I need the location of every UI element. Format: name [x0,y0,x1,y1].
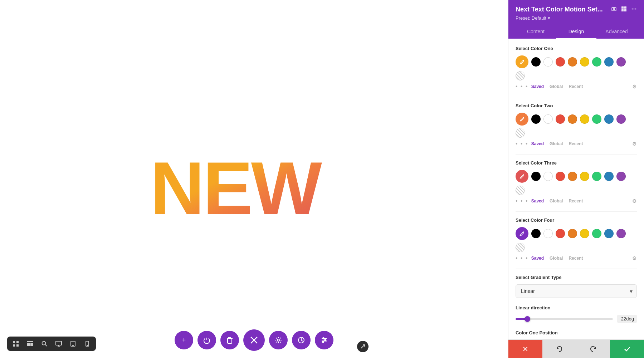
trash-button[interactable] [220,331,239,349]
swatch-blue-2[interactable] [604,114,614,124]
gear-button[interactable] [269,331,288,349]
color-two-picker[interactable] [516,113,528,126]
swatch-orange-3[interactable] [568,172,577,181]
recent-btn-1[interactable]: Recent [569,84,583,89]
recent-btn-3[interactable]: Recent [569,198,583,203]
svg-point-14 [73,345,73,346]
saved-btn-3[interactable]: Saved [531,198,544,203]
swatch-red-1[interactable] [556,57,565,67]
global-btn-1[interactable]: Global [550,84,563,89]
swatch-purple-4[interactable] [616,229,626,238]
more-dots-4[interactable]: • • • [516,255,528,261]
swatch-none-4[interactable] [516,243,525,252]
confirm-button[interactable] [610,340,644,358]
swatch-orange-2[interactable] [568,114,577,124]
swatch-yellow-1[interactable] [580,57,589,67]
grid-icon[interactable] [11,339,20,348]
add-button[interactable]: + [175,331,193,349]
saved-btn-1[interactable]: Saved [531,84,544,89]
swatch-black-2[interactable] [531,114,541,124]
global-btn-3[interactable]: Global [550,198,563,203]
phone-icon[interactable] [83,339,92,348]
redo-button[interactable] [576,340,610,358]
color-one-picker[interactable] [516,55,528,68]
swatch-orange-4[interactable] [568,229,577,238]
sliders-button[interactable] [315,331,333,349]
recent-btn-4[interactable]: Recent [569,256,583,261]
slider-thumb[interactable] [525,316,530,322]
swatch-none-1[interactable] [516,71,525,80]
global-btn-4[interactable]: Global [550,256,563,261]
new-text-svg: NEW [147,136,361,221]
svg-point-26 [322,341,324,343]
gear-small-4[interactable]: ⚙ [632,255,637,261]
recent-btn-2[interactable]: Recent [569,141,583,146]
more-dots-1[interactable]: • • • [516,83,528,90]
svg-rect-30 [624,6,626,9]
saved-btn-4[interactable]: Saved [531,256,544,261]
search-icon[interactable] [40,339,49,348]
color-three-picker[interactable] [516,170,528,183]
right-panel: Next Text Color Motion Set... [508,0,644,358]
layout-icon[interactable] [26,339,34,348]
swatch-yellow-4[interactable] [580,229,589,238]
swatch-black-1[interactable] [531,57,541,67]
cancel-button[interactable]: ✕ [508,340,542,358]
gear-small-2[interactable]: ⚙ [632,141,637,147]
saved-btn-2[interactable]: Saved [531,141,544,146]
color-four-picker[interactable] [516,227,528,240]
screenshot-icon[interactable] [611,6,617,13]
undo-button[interactable] [542,340,576,358]
swatch-white-4[interactable] [543,229,553,238]
more-dots-3[interactable]: • • • [516,198,528,204]
global-btn-2[interactable]: Global [550,141,563,146]
swatch-white-2[interactable] [543,114,553,124]
swatch-none-2[interactable] [516,128,525,138]
center-toolbar: + [175,329,333,351]
more-dots-2[interactable]: • • • [516,141,528,147]
tab-content[interactable]: Content [516,25,556,39]
slider-track[interactable] [516,318,613,320]
svg-point-28 [613,8,615,10]
swatch-purple-3[interactable] [616,172,626,181]
tab-advanced[interactable]: Advanced [596,25,637,39]
swatch-green-4[interactable] [592,229,601,238]
clock-button[interactable] [292,331,311,349]
gradient-type-select[interactable]: Linear Radial Conic [516,284,637,298]
swatch-blue-1[interactable] [604,57,614,67]
close-main-button[interactable] [243,329,265,351]
swatch-purple-1[interactable] [616,57,626,67]
swatch-red-3[interactable] [556,172,565,181]
tab-design[interactable]: Design [556,25,596,39]
svg-rect-1 [13,341,15,343]
swatch-red-2[interactable] [556,114,565,124]
color-four-section: Select Color Four [516,217,637,261]
swatch-purple-2[interactable] [616,114,626,124]
swatch-red-4[interactable] [556,229,565,238]
swatch-green-1[interactable] [592,57,601,67]
swatch-blue-4[interactable] [604,229,614,238]
gradient-type-section: Select Gradient Type Linear Radial Conic… [516,275,637,298]
panel-preset[interactable]: Preset: Default ▾ [516,15,637,21]
corner-icon[interactable] [357,341,369,352]
tablet-icon[interactable] [69,339,77,348]
color-one-section: Select Color One [516,46,637,90]
swatch-white-3[interactable] [543,172,553,181]
swatch-none-3[interactable] [516,186,525,195]
power-button[interactable] [197,331,216,349]
more-icon[interactable] [631,6,637,13]
swatch-black-4[interactable] [531,229,541,238]
color-four-saved-row: • • • Saved Global Recent ⚙ [516,255,637,261]
monitor-icon[interactable] [54,339,63,348]
gear-small-1[interactable]: ⚙ [632,84,637,89]
swatch-yellow-2[interactable] [580,114,589,124]
swatch-yellow-3[interactable] [580,172,589,181]
swatch-black-3[interactable] [531,172,541,181]
gear-small-3[interactable]: ⚙ [632,198,637,204]
swatch-green-3[interactable] [592,172,601,181]
swatch-white-1[interactable] [543,57,553,67]
swatch-green-2[interactable] [592,114,601,124]
swatch-orange-1[interactable] [568,57,577,67]
swatch-blue-3[interactable] [604,172,614,181]
grid-panel-icon[interactable] [621,6,627,13]
